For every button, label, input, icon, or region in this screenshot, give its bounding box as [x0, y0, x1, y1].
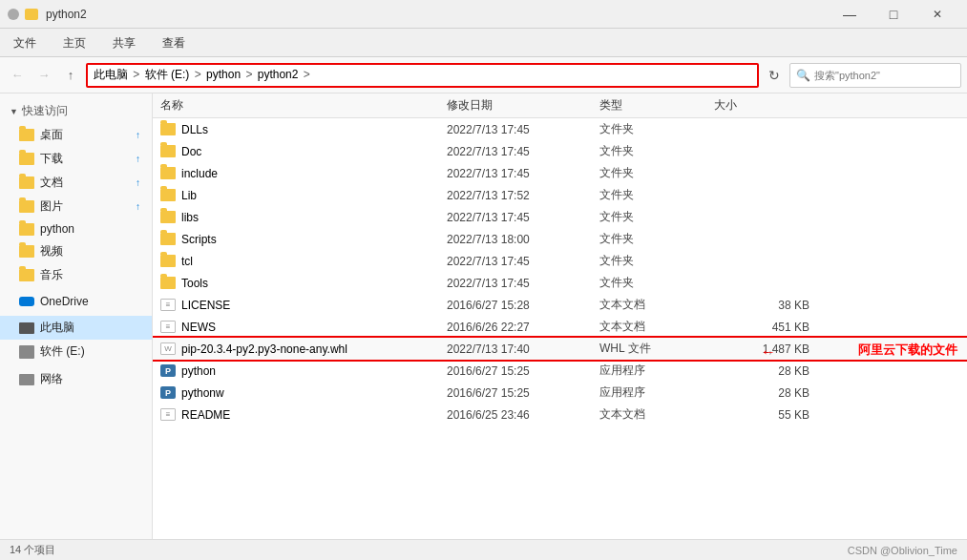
search-input[interactable] [814, 70, 955, 81]
file-name: include [160, 167, 447, 180]
title-bar-controls: — □ ✕ [828, 0, 959, 29]
file-type: 文件夹 [599, 275, 714, 291]
minimize-button[interactable]: — [828, 0, 872, 29]
address-path[interactable]: 此电脑 > 软件 (E:) > python > python2 > [86, 63, 759, 88]
annotation-label: 阿里云下载的文件 [858, 342, 957, 359]
file-name: ≡ README [160, 408, 447, 422]
file-name: ≡ NEWS [160, 321, 447, 334]
refresh-button[interactable]: ↻ [763, 64, 786, 87]
sidebar-item-this-pc[interactable]: 此电脑 [0, 316, 152, 340]
annotation-arrow: ← [761, 343, 776, 361]
network-icon [19, 374, 34, 385]
file-type: 应用程序 [599, 384, 714, 401]
file-name: DLLs [160, 123, 447, 136]
sidebar-item-videos[interactable]: 视频 [0, 239, 152, 263]
table-row[interactable]: P python 2016/6/27 15:25 应用程序 28 KB [153, 360, 967, 382]
folder-icon [19, 200, 34, 213]
maximize-button[interactable]: □ [872, 0, 915, 29]
file-name-text: pythonw [181, 386, 224, 400]
folder-icon [160, 123, 176, 135]
sidebar-item-label: 下载 [40, 151, 63, 167]
search-box: 🔍 [789, 63, 961, 88]
column-date[interactable]: 修改日期 [447, 97, 599, 114]
file-date: 2016/6/27 15:25 [447, 364, 599, 378]
column-type[interactable]: 类型 [599, 97, 714, 114]
file-date: 2022/7/13 18:00 [447, 233, 599, 246]
sidebar-item-documents[interactable]: 文档 ↑ [0, 171, 152, 195]
folder-icon [160, 189, 176, 201]
title-bar-icons [8, 9, 38, 20]
drive-icon [19, 345, 34, 359]
file-name-text: python [181, 364, 216, 378]
breadcrumb-computer[interactable]: 此电脑 [94, 68, 128, 81]
sidebar-item-label: 此电脑 [40, 320, 74, 336]
folder-icon [160, 145, 176, 157]
onedrive-icon [19, 297, 34, 306]
file-name: Lib [160, 189, 447, 202]
file-date: 2022/7/13 17:45 [447, 167, 599, 180]
back-button[interactable]: ← [6, 64, 29, 87]
breadcrumb-drive[interactable]: 软件 (E:) [145, 68, 190, 81]
ribbon-tab-home[interactable]: 主页 [50, 29, 99, 57]
folder-icon [19, 153, 34, 165]
whl-icon: W [160, 342, 176, 355]
address-bar: ← → ↑ 此电脑 > 软件 (E:) > python > python2 >… [0, 57, 967, 93]
file-date: 2022/7/13 17:40 [447, 342, 599, 356]
table-row[interactable]: ≡ LICENSE 2016/6/27 15:28 文本文档 38 KB [153, 294, 967, 316]
breadcrumb-python[interactable]: python [206, 68, 241, 81]
file-name: P python [160, 364, 447, 378]
file-name-text: LICENSE [181, 299, 230, 312]
up-button[interactable]: ↑ [59, 64, 82, 87]
table-row[interactable]: include 2022/7/13 17:45 文件夹 [153, 162, 967, 184]
file-name: P pythonw [160, 386, 447, 400]
file-date: 2016/6/27 15:25 [447, 386, 599, 400]
sidebar-item-network[interactable]: 网络 [0, 367, 152, 391]
collapse-icon[interactable]: ▼ [10, 107, 18, 116]
sidebar-item-desktop[interactable]: 桌面 ↑ [0, 123, 152, 147]
file-list-header: 名称 修改日期 类型 大小 [153, 93, 967, 118]
file-name-text: NEWS [181, 321, 216, 334]
file-name: Tools [160, 277, 447, 290]
sidebar-item-downloads[interactable]: 下载 ↑ [0, 147, 152, 171]
pin-icon: ↑ [136, 177, 140, 188]
column-name[interactable]: 名称 [160, 97, 447, 114]
file-type: WHL 文件 [599, 341, 714, 357]
table-row[interactable]: Doc 2022/7/13 17:45 文件夹 [153, 140, 967, 162]
table-row[interactable]: DLLs 2022/7/13 17:45 文件夹 [153, 118, 967, 140]
ribbon-tab-share[interactable]: 共享 [99, 29, 149, 57]
sidebar-item-label: 网络 [40, 371, 63, 387]
file-type: 文本文档 [599, 319, 714, 335]
pin-icon: ↑ [136, 154, 140, 164]
table-row[interactable]: Lib 2022/7/13 17:52 文件夹 [153, 184, 967, 206]
file-name-text: Lib [181, 189, 197, 202]
sidebar-item-onedrive[interactable]: OneDrive [0, 291, 152, 312]
table-row[interactable]: ≡ NEWS 2016/6/26 22:27 文本文档 451 KB [153, 316, 967, 338]
table-row[interactable]: libs 2022/7/13 17:45 文件夹 [153, 206, 967, 228]
sidebar-item-label: python [40, 222, 74, 236]
pin-icon: ↑ [136, 201, 140, 212]
main-area: ▼ 快速访问 桌面 ↑ 下载 ↑ 文档 ↑ 图片 ↑ [0, 93, 967, 539]
ribbon-tab-view[interactable]: 查看 [149, 29, 199, 57]
table-row[interactable]: Scripts 2022/7/13 18:00 文件夹 [153, 228, 967, 250]
folder-icon [19, 129, 34, 141]
file-type: 文件夹 [599, 143, 714, 159]
table-row[interactable]: P pythonw 2016/6/27 15:25 应用程序 28 KB [153, 382, 967, 404]
file-name-text: pip-20.3.4-py2.py3-none-any.whl [181, 342, 347, 356]
forward-button[interactable]: → [32, 64, 55, 87]
table-row[interactable]: W pip-20.3.4-py2.py3-none-any.whl 2022/7… [153, 338, 967, 360]
breadcrumb-python2[interactable]: python2 [258, 68, 299, 81]
table-row[interactable]: tcl 2022/7/13 17:45 文件夹 [153, 250, 967, 272]
ribbon-tab-file[interactable]: 文件 [0, 29, 50, 57]
file-date: 2022/7/13 17:45 [447, 145, 599, 158]
table-row[interactable]: ≡ README 2016/6/25 23:46 文本文档 55 KB [153, 404, 967, 425]
table-row[interactable]: Tools 2022/7/13 17:45 文件夹 [153, 272, 967, 294]
sidebar-item-drive-e[interactable]: 软件 (E:) [0, 340, 152, 363]
file-type: 文件夹 [599, 187, 714, 203]
sidebar-item-label: 图片 [40, 198, 63, 215]
computer-icon [19, 322, 34, 334]
close-button[interactable]: ✕ [915, 0, 959, 29]
column-size[interactable]: 大小 [714, 97, 809, 114]
sidebar-item-python[interactable]: python [0, 218, 152, 239]
sidebar-item-pictures[interactable]: 图片 ↑ [0, 195, 152, 218]
sidebar-item-music[interactable]: 音乐 [0, 263, 152, 287]
